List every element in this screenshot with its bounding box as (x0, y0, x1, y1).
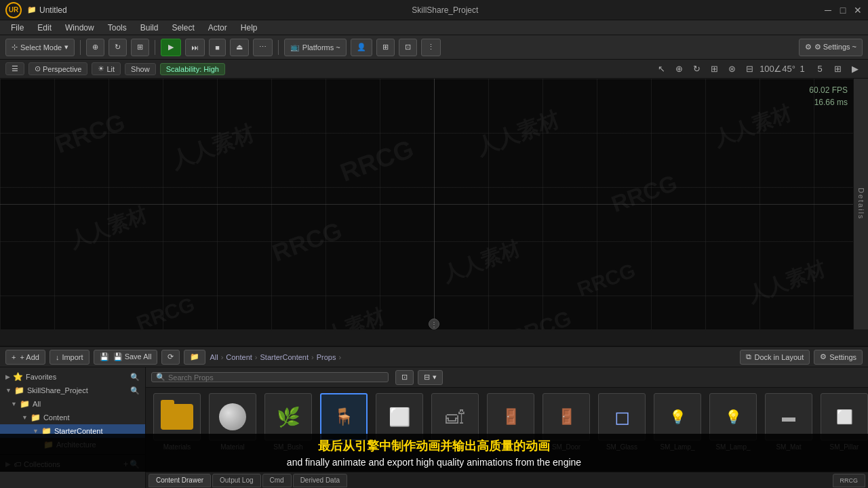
search-input[interactable] (168, 373, 384, 382)
angle-icon: ∠ (774, 64, 782, 74)
viewport-divider[interactable]: ⋮ (429, 319, 439, 329)
vp-more[interactable]: ▶ (848, 62, 863, 77)
minimize-button[interactable]: ─ (823, 5, 833, 15)
dock-in-layout-button[interactable]: ⧉ Dock in Layout (740, 350, 810, 365)
search-icon[interactable]: 🔍 (130, 386, 140, 395)
menu-file[interactable]: File (5, 22, 29, 34)
menu-help[interactable]: Help (235, 22, 263, 34)
more-options-button[interactable]: ⋯ (253, 39, 273, 56)
save-all-button[interactable]: 💾 💾 Save All (94, 350, 158, 365)
rotate-button[interactable]: ↻ (108, 39, 127, 56)
title-bar-center: SkillShare_Project (412, 5, 478, 15)
vp-grid-size[interactable]: 100 (760, 62, 774, 77)
transform-button[interactable]: ⊕ (86, 39, 104, 56)
play-icon: ▶ (168, 43, 174, 52)
scale-button[interactable]: ⊞ (131, 39, 149, 56)
vp-grid-view[interactable]: ⊞ (830, 62, 845, 77)
perspective-button[interactable]: ⊙ Perspective (28, 62, 87, 75)
sort-icon: ⊟ (424, 373, 430, 382)
vp-cursor-icon-btn[interactable]: ↖ (654, 62, 669, 77)
breadcrumb-content[interactable]: Content (226, 353, 252, 361)
perspective-icon: ⊙ (35, 64, 41, 73)
lit-button[interactable]: ☀ Lit (92, 62, 121, 75)
expand-icon: ▼ (22, 414, 28, 421)
add-button[interactable]: + + Add (5, 350, 45, 365)
menu-tools[interactable]: Tools (102, 22, 132, 34)
subtitle-english: and finally animate and export high qual… (287, 457, 581, 468)
filter-button[interactable]: ⊡ (395, 370, 414, 385)
cb-settings-button[interactable]: ⚙ Settings (814, 350, 863, 365)
toolbar-misc1[interactable]: ⊞ (376, 39, 395, 56)
add-icon: + (12, 353, 16, 361)
path-button[interactable]: 📁 (184, 350, 205, 365)
tab-output-log[interactable]: Output Log (212, 474, 260, 487)
details-panel-handle[interactable]: Details (853, 79, 868, 329)
project-icon: 📁 (27, 5, 37, 14)
window-controls: ─ □ ✕ (823, 5, 863, 15)
tab-derived-data[interactable]: Derived Data (293, 474, 347, 487)
title-bar-project: 📁 Untitled (27, 5, 67, 15)
tab-content-drawer[interactable]: Content Drawer (149, 474, 211, 487)
scalability-button[interactable]: Scalability: High (160, 63, 225, 75)
vp-scale-icon-btn[interactable]: ⊞ (707, 62, 722, 77)
divider-icon: ⋮ (431, 321, 437, 328)
tab-cmd[interactable]: Cmd (262, 474, 292, 487)
tree-content[interactable]: ▼ 📁 Content (0, 411, 145, 424)
app-logo: UR (5, 2, 22, 18)
vp-move-icon-btn[interactable]: ⊕ (671, 62, 686, 77)
history-icon: ⟳ (167, 352, 174, 361)
close-button[interactable]: ✕ (853, 5, 863, 15)
vp-angle[interactable]: ∠ 45° (777, 62, 792, 77)
viewport-content: RRCG 人人素材 RRCG 人人素材 RRCG 人人素材 RRCG 人人素材 … (0, 79, 868, 329)
play-button[interactable]: ▶ (161, 39, 181, 56)
filter-icon: ⊡ (401, 373, 408, 382)
move-icon: ⊕ (92, 43, 98, 52)
import-icon: ↓ (56, 353, 60, 361)
import-button[interactable]: ↓ Import (50, 350, 90, 365)
search-icon[interactable]: 🔍 (130, 373, 140, 382)
vp-world-icon-btn[interactable]: ⊛ (724, 62, 739, 77)
vp-screen-pct[interactable]: 5 (812, 62, 827, 77)
eject-button[interactable]: ⏏ (230, 39, 249, 56)
viewport-menu-button[interactable]: ☰ (5, 62, 24, 75)
tree-favorites[interactable]: ▶ ⭐ Favorites 🔍 (0, 370, 145, 384)
toolbar-misc3[interactable]: ⋮ (421, 39, 441, 56)
search-input-wrap[interactable]: 🔍 (151, 372, 389, 382)
eject-icon: ⏏ (236, 43, 243, 52)
vp-rotate-icon-btn[interactable]: ↻ (689, 62, 704, 77)
tree-project[interactable]: ▼ 📁 SkillShare_Project 🔍 (0, 384, 145, 397)
breadcrumb-props[interactable]: Props (317, 353, 336, 361)
bottom-tabs: Content Drawer Output Log Cmd Derived Da… (146, 472, 868, 488)
stop-button[interactable]: ■ (209, 39, 226, 56)
vp-layer-count[interactable]: 1 (795, 62, 810, 77)
menu-actor[interactable]: Actor (203, 22, 233, 34)
sort-button[interactable]: ⊟ ▾ (418, 370, 443, 385)
maximize-button[interactable]: □ (838, 5, 848, 15)
breadcrumb-all[interactable]: All (210, 353, 218, 361)
platforms-button[interactable]: 📺 Platforms ~ (284, 39, 347, 56)
menu-select[interactable]: Select (166, 22, 199, 34)
history-button[interactable]: ⟳ (161, 350, 180, 365)
toolbar-separator-2 (155, 40, 155, 55)
search-icon: 🔍 (156, 373, 165, 382)
tree-all[interactable]: ▼ 📁 All (0, 397, 145, 411)
toolbar-separator-1 (80, 40, 81, 55)
user-icon: 👤 (357, 43, 366, 52)
fps-value: 60.02 FPS (809, 84, 848, 96)
vp-grid-icon-btn[interactable]: ⊟ (742, 62, 757, 77)
breadcrumb-starter[interactable]: StarterContent (260, 353, 309, 361)
couch-button[interactable]: 👤 (351, 39, 372, 56)
menu-build[interactable]: Build (135, 22, 164, 34)
toolbar-misc2[interactable]: ⊡ (399, 39, 417, 56)
settings-button[interactable]: ⚙ ⚙ Settings ~ (799, 39, 863, 56)
tab-rrcg[interactable]: RRCG (833, 474, 866, 487)
viewport-toolbar: ☰ ⊙ Perspective ☀ Lit Show Scalability: … (0, 60, 868, 79)
viewport-area[interactable]: RRCG 人人素材 RRCG 人人素材 RRCG 人人素材 RRCG 人人素材 … (0, 79, 868, 329)
skip-end-button[interactable]: ⏭ (185, 39, 205, 56)
menu-window[interactable]: Window (60, 22, 100, 34)
select-mode-button[interactable]: ⊹ Select Mode ▾ (5, 39, 75, 56)
show-button[interactable]: Show (125, 63, 156, 75)
menu-edit[interactable]: Edit (32, 22, 57, 34)
toolbar-separator-3 (278, 40, 279, 55)
expand-icon: ▶ (5, 373, 10, 380)
